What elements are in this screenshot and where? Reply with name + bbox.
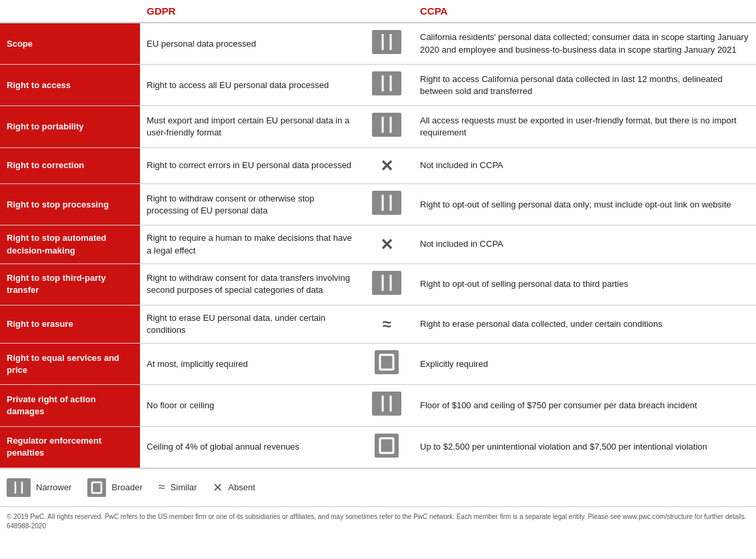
row-label: Regulator enforcement penalties [0,426,140,468]
similar-icon: ≈ [159,480,165,494]
footer: © 2019 PwC. All rights reserved. PwC ref… [0,506,756,536]
row-label: Right to stop automated decision-making [0,225,140,263]
narrower-icon [372,392,401,416]
icon-cell [360,344,413,385]
broader-label: Broader [111,482,142,492]
comparison-table-container: GDPR CCPA Scope EU personal data process… [0,0,756,536]
svg-rect-0 [372,30,401,54]
gdpr-header: GDPR [140,0,360,23]
broader-icon [87,478,106,497]
gdpr-cell: Right to erase EU personal data, under c… [140,305,360,343]
ccpa-cell: Right to access California personal data… [413,65,756,106]
legend-broader: Broader [87,478,142,497]
absent-icon: ✕ [380,233,393,256]
broader-icon [375,350,399,374]
svg-rect-3 [372,71,401,95]
gdpr-cell: Must export and import certain EU person… [140,106,360,147]
gdpr-cell: Right to require a human to make decisio… [140,225,360,263]
row-label: Right to stop processing [0,184,140,225]
legend-similar: ≈ Similar [159,480,197,494]
ccpa-header: CCPA [413,0,756,23]
icon-cell [360,106,413,147]
row-label: Right to access [0,65,140,106]
broader-icon [375,434,399,458]
svg-rect-20 [375,434,399,458]
svg-rect-25 [87,478,106,497]
legend-absent: ✕ Absent [213,480,255,495]
narrower-icon [372,271,401,295]
icon-cell [360,426,413,468]
icon-cell [360,263,413,305]
narrower-icon [372,191,401,215]
icon-cell [360,385,413,426]
row-label: Right to correction [0,147,140,184]
ccpa-cell: Not included in CCPA [413,147,756,184]
row-label: Right to erasure [0,305,140,343]
row-label: Private right of action damages [0,385,140,426]
row-label: Right to portability [0,106,140,147]
icon-cell [360,23,413,65]
header-icon-col [360,0,413,23]
ccpa-cell: Explicitly required [413,344,756,385]
absent-icon: ✕ [380,155,393,177]
icon-cell [360,184,413,225]
ccpa-cell: Up to $2,500 per unintentional violation… [413,426,756,468]
svg-rect-15 [375,350,399,374]
absent-label: Absent [228,482,255,492]
narrower-icon [372,71,401,95]
table-row: Right to stop processing Right to withdr… [0,184,756,225]
table-row: Right to access Right to access all EU p… [0,65,756,106]
icon-cell [360,65,413,106]
ccpa-cell: Floor of $100 and ceiling of $750 per co… [413,385,756,426]
similar-icon: ≈ [382,313,391,336]
comparison-table: GDPR CCPA Scope EU personal data process… [0,0,756,468]
svg-rect-12 [372,271,401,295]
table-row: Private right of action damages No floor… [0,385,756,426]
gdpr-cell: No floor or ceiling [140,385,360,426]
table-row: Regulator enforcement penalties Ceiling … [0,426,756,468]
svg-rect-17 [372,392,401,416]
similar-label: Similar [171,482,197,492]
row-label: Scope [0,23,140,65]
table-row: Right to stop third-party transfer Right… [0,263,756,305]
ccpa-cell: Right to opt-out of selling personal dat… [413,263,756,305]
icon-cell: ≈ [360,305,413,343]
table-row: Right to portability Must export and imp… [0,106,756,147]
narrower-icon [372,30,401,54]
icon-cell: ✕ [360,147,413,184]
table-row: Right to correction Right to correct err… [0,147,756,184]
table-row: Right to equal services and price At mos… [0,344,756,385]
narrower-label: Narrower [36,482,71,492]
gdpr-cell: Ceiling of 4% of global annual revenues [140,426,360,468]
table-row: Right to erasure Right to erase EU perso… [0,305,756,343]
footer-text: © 2019 PwC. All rights reserved. PwC ref… [7,513,747,530]
legend: Narrower Broader ≈ Similar ✕ Absent [0,468,756,506]
ccpa-cell: California residents' personal data coll… [413,23,756,65]
gdpr-cell: At most, implicitly required [140,344,360,385]
svg-rect-9 [372,191,401,215]
gdpr-cell: Right to access all EU personal data pro… [140,65,360,106]
gdpr-cell: EU personal data processed [140,23,360,65]
gdpr-cell: Right to withdraw consent or otherwise s… [140,184,360,225]
table-row: Right to stop automated decision-making … [0,225,756,263]
absent-icon: ✕ [213,480,223,495]
gdpr-cell: Right to correct errors in EU personal d… [140,147,360,184]
svg-rect-22 [7,478,31,497]
narrower-icon [372,113,401,137]
gdpr-cell: Right to withdraw consent for data trans… [140,263,360,305]
row-label: Right to stop third-party transfer [0,263,140,305]
ccpa-cell: Right to erase personal data collected, … [413,305,756,343]
row-label: Right to equal services and price [0,344,140,385]
ccpa-cell: Right to opt-out of selling personal dat… [413,184,756,225]
header-label-col [0,0,140,23]
ccpa-cell: All access requests must be exported in … [413,106,756,147]
narrower-icon [7,478,31,497]
table-row: Scope EU personal data processed Califor… [0,23,756,65]
icon-cell: ✕ [360,225,413,263]
legend-narrower: Narrower [7,478,71,497]
ccpa-cell: Not included in CCPA [413,225,756,263]
svg-rect-6 [372,113,401,137]
